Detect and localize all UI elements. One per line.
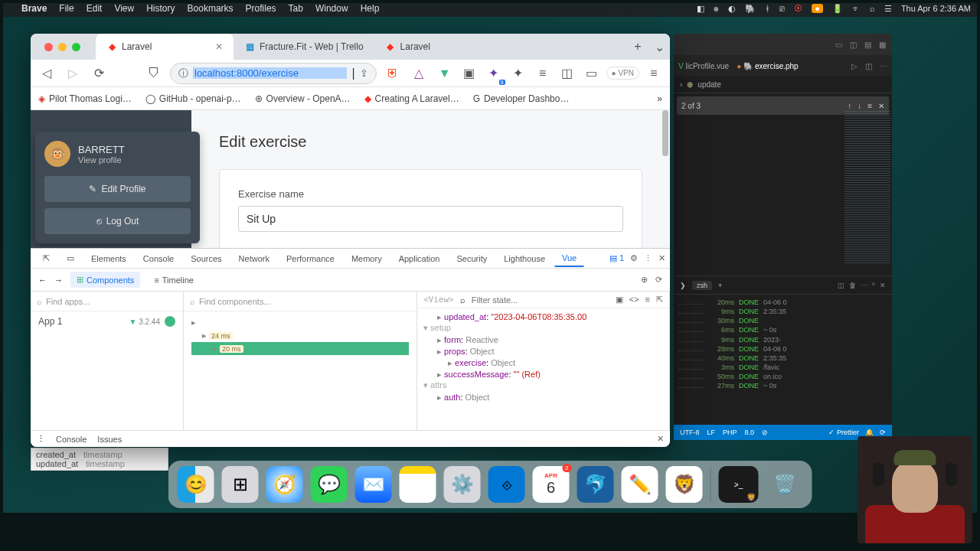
menu-icon[interactable]: ≡: [644, 64, 664, 83]
find-prev-icon[interactable]: ↑: [848, 102, 851, 110]
inspect-icon[interactable]: ⇱: [35, 250, 57, 266]
state-row[interactable]: ▸ successMessage: "" (Ref): [423, 369, 663, 380]
wallet-icon[interactable]: ▭: [582, 64, 602, 83]
scroll-icon[interactable]: ▣: [616, 295, 623, 305]
menubar-app[interactable]: Brave: [21, 3, 47, 14]
menubar-clock[interactable]: Thu Apr 6 2:36 AM: [901, 4, 971, 13]
more-icon[interactable]: ⋮: [644, 253, 652, 263]
status-icon[interactable]: ⊘: [762, 429, 768, 436]
state-row[interactable]: ▸ exercise: Object: [423, 357, 663, 369]
forward-button[interactable]: ▷: [63, 64, 83, 83]
issues-icon[interactable]: ▤ 1: [609, 253, 624, 263]
address-bar[interactable]: ⓘ localhost:8000/exercise | ⇪: [170, 63, 377, 84]
code-icon[interactable]: <>: [629, 295, 639, 305]
new-tab-button[interactable]: +: [627, 40, 648, 54]
mail-icon[interactable]: ✉️: [355, 466, 392, 503]
device-icon[interactable]: ▭: [59, 250, 82, 266]
split-icon[interactable]: ◫: [838, 282, 844, 289]
menu-edit[interactable]: Edit: [87, 3, 103, 14]
locate-icon[interactable]: ⊕: [641, 275, 648, 285]
log-out-button[interactable]: ⎋Log Out: [44, 208, 191, 234]
tabs-dropdown-icon[interactable]: ⌄: [648, 40, 670, 54]
menu-view[interactable]: View: [114, 3, 134, 14]
dt-tab-vue[interactable]: Vue: [554, 250, 584, 267]
vue-timeline-tab[interactable]: ≡Timeline: [148, 272, 200, 288]
ext-icon[interactable]: ▣: [459, 64, 479, 83]
status-icon[interactable]: ◧: [697, 4, 704, 14]
dt-tab-elements[interactable]: Elements: [83, 251, 134, 266]
scrollbar[interactable]: [662, 110, 668, 156]
split-icon[interactable]: ◫: [865, 62, 872, 70]
window-close-button[interactable]: [44, 43, 53, 51]
elephant-icon[interactable]: 🐘: [745, 4, 756, 14]
view-profile-link[interactable]: View profile: [78, 155, 125, 165]
layout-icon[interactable]: ▤: [864, 41, 871, 49]
state-row[interactable]: ▾ attrs: [423, 380, 663, 392]
battery-icon[interactable]: 🔋: [832, 4, 843, 14]
terminal-app-icon[interactable]: >_🦁: [719, 466, 759, 503]
trash-icon[interactable]: 🗑️: [766, 466, 803, 503]
filter-state-input[interactable]: [472, 295, 609, 305]
trash-icon[interactable]: 🗑: [849, 282, 856, 289]
drawer-close-icon[interactable]: ✕: [657, 434, 664, 444]
finder-icon[interactable]: 😊: [178, 466, 214, 503]
edit-profile-button[interactable]: ✎Edit Profile: [44, 176, 191, 202]
drawer-menu-icon[interactable]: ⋮: [37, 434, 45, 444]
reload-button[interactable]: ⟳: [89, 64, 109, 83]
mic-icon[interactable]: ●: [812, 4, 823, 13]
layout-icon[interactable]: ▦: [879, 41, 886, 49]
vue-ext-icon[interactable]: ▼: [435, 64, 455, 83]
menu-window[interactable]: Window: [315, 3, 348, 14]
dt-tab-memory[interactable]: Memory: [344, 251, 390, 266]
screen-icon[interactable]: ⎚: [779, 4, 785, 13]
window-minimize-button[interactable]: [58, 43, 67, 51]
back-button[interactable]: ◁: [37, 64, 57, 83]
brave-rewards-icon[interactable]: △: [409, 64, 429, 83]
find-menu-icon[interactable]: ≡: [867, 102, 872, 110]
menu-icon[interactable]: ≡: [645, 295, 650, 305]
site-info-icon[interactable]: ⓘ: [178, 67, 188, 80]
bookmark-item[interactable]: GDeveloper Dashbo…: [473, 93, 570, 104]
minimap[interactable]: [844, 110, 890, 263]
terminal-shell[interactable]: zsh: [692, 281, 712, 290]
status-icon[interactable]: ◐: [728, 4, 736, 14]
share-icon[interactable]: ⇪: [360, 67, 368, 79]
vscode-breadcrumb[interactable]: › ⊕ update: [674, 77, 892, 93]
refresh-icon[interactable]: ⟳: [655, 275, 662, 285]
status-encoding[interactable]: UTF-8: [680, 429, 700, 436]
panel-icon[interactable]: ◫: [557, 64, 577, 83]
editor-tab[interactable]: V licProfile.vue: [678, 62, 729, 70]
state-row[interactable]: ▸ form: Reactive: [423, 334, 663, 346]
status-ver[interactable]: 8.0: [745, 429, 755, 436]
menu-profiles[interactable]: Profiles: [246, 3, 276, 14]
settings-icon[interactable]: ⚙️: [444, 466, 481, 503]
dt-tab-security[interactable]: Security: [449, 251, 495, 266]
close-icon[interactable]: ✕: [880, 282, 886, 289]
ext-icon[interactable]: ✦8: [484, 64, 504, 83]
prettier-status[interactable]: ✓ Prettier: [828, 429, 859, 436]
dt-tab-console[interactable]: Console: [136, 251, 181, 266]
state-row[interactable]: ▸ props: Object: [423, 346, 663, 357]
vscode-icon[interactable]: ⟐: [488, 466, 525, 503]
safari-icon[interactable]: 🧭: [266, 466, 303, 503]
state-row[interactable]: ▸ auth: Object: [423, 392, 663, 403]
calendar-icon[interactable]: APR 6 2: [533, 466, 570, 503]
browser-tab[interactable]: ◆ Laravel: [374, 34, 482, 60]
window-zoom-button[interactable]: [72, 43, 80, 51]
issues-drawer-tab[interactable]: Issues: [97, 435, 122, 444]
nav-back-icon[interactable]: ←: [38, 276, 47, 285]
dt-tab-application[interactable]: Application: [391, 251, 448, 266]
wifi-icon[interactable]: ᯤ: [852, 4, 861, 13]
bookmark-item[interactable]: ◈Pilot Thomas Logi…: [38, 93, 132, 104]
more-icon[interactable]: ⋯: [861, 282, 867, 289]
launchpad-icon[interactable]: ⊞: [222, 466, 259, 503]
dt-tab-lighthouse[interactable]: Lighthouse: [496, 251, 553, 266]
extensions-icon[interactable]: ✦: [508, 64, 528, 83]
layout-icon[interactable]: ◫: [850, 41, 857, 49]
find-apps-input[interactable]: Find apps...: [46, 297, 90, 306]
find-next-icon[interactable]: ↓: [858, 102, 861, 110]
status-lang[interactable]: PHP: [723, 429, 737, 436]
bookmark-icon[interactable]: ⛉: [144, 64, 164, 83]
bookmarks-overflow-icon[interactable]: »: [657, 93, 662, 104]
exercise-name-input[interactable]: [238, 206, 623, 232]
